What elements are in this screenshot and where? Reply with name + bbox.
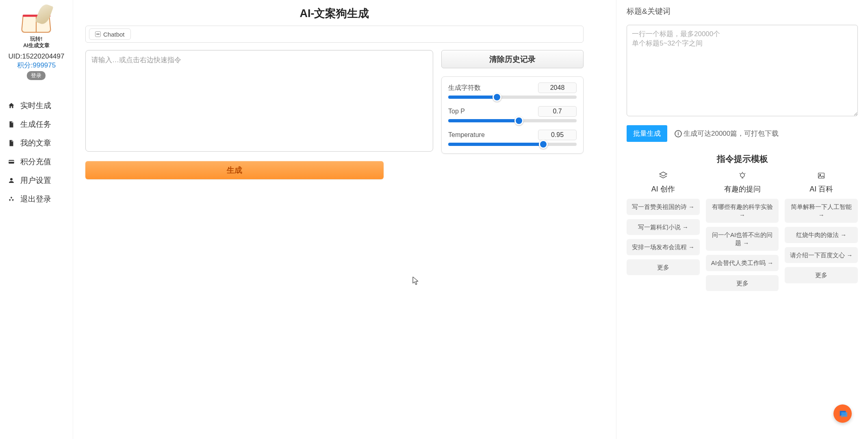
nav-generate-task[interactable]: 生成任务 <box>0 115 73 134</box>
slider-label: Temperature <box>448 131 485 139</box>
svg-point-2 <box>10 178 13 180</box>
logo-area: 玩转! AI生成文章 UID:15220204497 积分:999975 登录 <box>8 4 64 80</box>
nav-realtime-generate[interactable]: 实时生成 <box>0 96 73 115</box>
slider-thumb[interactable] <box>514 116 523 125</box>
right-section-label: 标题&关键词 <box>627 6 858 17</box>
batch-titles-input[interactable] <box>627 25 858 116</box>
template-col-questions: 有趣的提问 有哪些有趣的科学实验 → 问一个AI也答不出的问题 → AI会替代人… <box>706 170 779 295</box>
page-title: AI-文案狗生成 <box>85 6 584 21</box>
card-icon <box>7 158 15 166</box>
template-more-button[interactable]: 更多 <box>706 275 779 291</box>
slider-temperature: Temperature 0.95 <box>448 130 577 146</box>
logo-icon <box>18 4 54 35</box>
home-icon <box>7 102 15 110</box>
nav-label: 积分充值 <box>20 156 51 167</box>
nav-label: 我的文章 <box>20 138 51 148</box>
login-badge[interactable]: 登录 <box>27 71 46 80</box>
svg-rect-4 <box>818 173 825 178</box>
batch-note-text: 生成可达20000篇，可打包下载 <box>684 129 779 138</box>
nav-recharge[interactable]: 积分充值 <box>0 152 73 171</box>
slider-label: Top P <box>448 108 465 115</box>
slider-top-p: Top P 0.7 <box>448 106 577 122</box>
nav-logout[interactable]: 退出登录 <box>0 190 73 209</box>
generate-button[interactable]: 生成 <box>85 161 384 179</box>
template-item[interactable]: 请介绍一下百度文心 → <box>785 247 858 263</box>
template-item[interactable]: AI会替代人类工作吗 → <box>706 255 779 271</box>
svg-rect-1 <box>9 161 14 162</box>
chatbot-tab-bar: Chatbot <box>85 26 584 43</box>
batch-generate-button[interactable]: 批量生成 <box>627 125 667 142</box>
nav-user-settings[interactable]: 用户设置 <box>0 171 73 190</box>
template-col-title: AI 创作 <box>651 184 675 194</box>
lightbulb-icon <box>737 170 748 181</box>
template-col-create: AI 创作 写一首赞美祖国的诗 → 写一篇科幻小说 → 安排一场发布会流程 → … <box>627 170 700 295</box>
nav-label: 退出登录 <box>20 194 51 204</box>
slider-thumb[interactable] <box>493 93 501 102</box>
template-more-button[interactable]: 更多 <box>627 259 700 276</box>
chatbot-icon <box>95 31 101 37</box>
template-col-title: AI 百科 <box>809 184 833 194</box>
chatbot-tab-label: Chatbot <box>103 31 125 38</box>
uid-label: UID:15220204497 <box>8 52 64 61</box>
slider-thumb[interactable] <box>539 140 548 149</box>
slider-track[interactable] <box>448 96 577 99</box>
slider-label: 生成字符数 <box>448 84 481 92</box>
template-item[interactable]: 有哪些有趣的科学实验 → <box>706 199 779 223</box>
file-icon <box>7 120 15 128</box>
template-item[interactable]: 安排一场发布会流程 → <box>627 239 700 255</box>
nav-label: 实时生成 <box>20 100 51 111</box>
template-item[interactable]: 写一篇科幻小说 → <box>627 219 700 235</box>
templates-title: 指令提示模板 <box>627 153 858 165</box>
template-item[interactable]: 红烧牛肉的做法 → <box>785 227 858 243</box>
template-col-encyclopedia: AI 百科 简单解释一下人工智能 → 红烧牛肉的做法 → 请介绍一下百度文心 →… <box>785 170 858 295</box>
template-more-button[interactable]: 更多 <box>785 267 858 283</box>
svg-point-3 <box>740 173 744 177</box>
right-panel: 标题&关键词 批量生成 i 生成可达20000篇，可打包下载 指令提示模板 AI… <box>616 0 868 439</box>
slider-track[interactable] <box>448 119 577 122</box>
slider-char-count: 生成字符数 2048 <box>448 83 577 99</box>
nav-label: 用户设置 <box>20 175 51 186</box>
slider-value[interactable]: 0.95 <box>538 130 577 140</box>
logo-text: 玩转! AI生成文章 <box>23 36 50 48</box>
points-label: 积分:999975 <box>17 61 56 70</box>
template-item[interactable]: 问一个AI也答不出的问题 → <box>706 227 779 251</box>
sidebar: 玩转! AI生成文章 UID:15220204497 积分:999975 登录 … <box>0 0 73 439</box>
info-icon: i <box>675 130 682 137</box>
sliders-panel: 生成字符数 2048 Top P 0.7 <box>441 76 584 154</box>
chat-fab[interactable] <box>833 404 852 423</box>
batch-note: i 生成可达20000篇，可打包下载 <box>675 129 779 138</box>
slider-track[interactable] <box>448 143 577 146</box>
file-icon <box>7 139 15 147</box>
template-item[interactable]: 写一首赞美祖国的诗 → <box>627 199 700 215</box>
prompt-input[interactable] <box>85 50 433 152</box>
slider-value[interactable]: 2048 <box>538 83 577 93</box>
slider-value[interactable]: 0.7 <box>538 106 577 117</box>
layers-icon <box>658 170 668 181</box>
user-icon <box>7 176 15 185</box>
chat-icon <box>838 409 847 418</box>
recycle-icon <box>7 195 15 203</box>
nav: 实时生成 生成任务 我的文章 积分充值 用户设置 <box>0 96 73 209</box>
template-columns: AI 创作 写一首赞美祖国的诗 → 写一篇科幻小说 → 安排一场发布会流程 → … <box>627 170 858 295</box>
main-content: AI-文案狗生成 Chatbot 清除历史记录 生成字符数 2048 <box>73 0 616 439</box>
image-icon <box>816 170 827 181</box>
chatbot-tab[interactable]: Chatbot <box>89 28 131 40</box>
template-col-title: 有趣的提问 <box>724 184 761 194</box>
nav-label: 生成任务 <box>20 119 51 130</box>
clear-history-button[interactable]: 清除历史记录 <box>441 50 584 68</box>
nav-my-articles[interactable]: 我的文章 <box>0 134 73 152</box>
template-item[interactable]: 简单解释一下人工智能 → <box>785 199 858 223</box>
